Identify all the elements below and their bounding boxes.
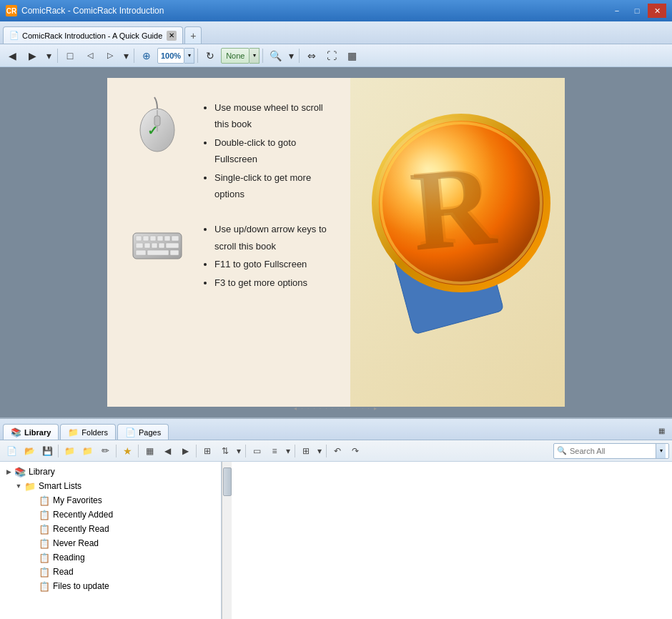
never-read-label: Never Read <box>53 538 99 548</box>
mouse-instruction-block: ✓ Use mouse wheel to scroll this book Do… <box>129 99 336 204</box>
forward-button[interactable]: ▶ <box>23 47 41 64</box>
panel-tab-pages[interactable]: 📄 Pages <box>117 424 169 440</box>
none-dropdown-button[interactable]: ▾ <box>249 48 260 64</box>
tree-item-recently-read[interactable]: 📋 Recently Read <box>0 522 221 536</box>
tree-item-favorites[interactable]: 📋 My Favorites <box>0 493 221 507</box>
smart-lists-expand-arrow: ▼ <box>14 482 23 490</box>
tree-panel: ▶ 📚 Library ▼ 📁 Smart Lists 📋 My Favorit… <box>0 462 222 619</box>
library-tab-label: Library <box>24 428 51 437</box>
group-button[interactable]: ⊞ <box>199 443 216 459</box>
search-toolbar-button[interactable]: 🔍 <box>266 47 285 64</box>
mouse-icon-container: ✓ <box>129 99 186 149</box>
page-content: ✓ Use mouse wheel to scroll this book Do… <box>107 78 565 407</box>
maximize-button[interactable]: □ <box>628 4 646 18</box>
save-button[interactable]: 💾 <box>39 443 56 459</box>
sort-dropdown[interactable]: ▾ <box>234 443 243 459</box>
panel-tab-bar: 📚 Library 📁 Folders 📄 Pages ▦ <box>0 419 672 440</box>
folders-tab-label: Folders <box>81 428 108 437</box>
grid-button[interactable]: ▦ <box>342 47 361 64</box>
open-button[interactable]: 📂 <box>21 443 38 459</box>
app-icon: CR <box>6 5 17 16</box>
separator-3 <box>197 49 198 63</box>
minimize-button[interactable]: − <box>608 4 626 18</box>
edit-button[interactable]: ✏ <box>97 443 114 459</box>
page-left-button[interactable]: ◁ <box>81 47 99 64</box>
svg-text:✓: ✓ <box>147 124 158 138</box>
fullscreen-button[interactable]: ⛶ <box>322 47 341 64</box>
panel-layout-btn[interactable]: ▦ <box>653 423 669 437</box>
tree-scrollbar[interactable] <box>222 462 232 619</box>
panel-tab-folders[interactable]: 📁 Folders <box>60 424 116 440</box>
none-control: None ▾ <box>221 48 260 64</box>
panel-forward-button[interactable]: ▶ <box>177 443 194 459</box>
nav-dropdown-button[interactable]: ▾ <box>43 47 54 64</box>
page-select-button[interactable]: □ <box>61 47 79 64</box>
new-tab-button[interactable]: + <box>184 26 202 44</box>
zoom-icon-button[interactable]: ⊕ <box>137 47 156 64</box>
star-button[interactable]: ★ <box>119 443 136 459</box>
page-dropdown-button[interactable]: ▾ <box>121 47 131 64</box>
columns-btn[interactable]: ⊞ <box>297 443 315 459</box>
tree-item-files-to-update[interactable]: 📋 Files to update <box>0 579 221 593</box>
tab-main[interactable]: 📄 ComicRack Introduction - A Quick Guide… <box>3 26 183 44</box>
tree-scroll-thumb[interactable] <box>223 467 232 496</box>
tree-item-read[interactable]: 📋 Read <box>0 565 221 579</box>
tree-item-library[interactable]: ▶ 📚 Library <box>0 465 221 479</box>
tab-label: ComicRack Introduction - A Quick Guide <box>22 31 162 40</box>
smart-lists-folder-icon: 📁 <box>24 480 36 492</box>
panel-sep-5 <box>245 445 246 457</box>
add-folder-button[interactable]: 📁 <box>61 443 78 459</box>
tab-doc-icon: 📄 <box>9 31 19 40</box>
tree-item-reading[interactable]: 📋 Reading <box>0 550 221 565</box>
search-dropdown-button[interactable]: ▾ <box>656 444 666 458</box>
separator-1 <box>57 49 58 63</box>
new-library-button[interactable]: 📄 <box>3 443 20 459</box>
keyboard-icon-svg <box>132 229 183 263</box>
panel-tab-library[interactable]: 📚 Library <box>3 424 59 440</box>
back-button[interactable]: ◀ <box>3 47 21 64</box>
search-input[interactable] <box>570 447 656 455</box>
sort-button[interactable]: ⇅ <box>217 443 234 459</box>
panel-back-button[interactable]: ◀ <box>159 443 176 459</box>
filter-btn[interactable]: ≡ <box>266 443 283 459</box>
mouse-instr-1: Use mouse wheel to scroll this book <box>214 99 336 133</box>
layout-btn[interactable]: ▭ <box>248 443 265 459</box>
recently-added-icon: 📋 <box>39 509 50 520</box>
page-right-button[interactable]: ▷ <box>101 47 119 64</box>
refresh-button[interactable]: ↻ <box>201 47 219 64</box>
reading-icon: 📋 <box>39 552 50 563</box>
panel-toolbar: 📄 📂 💾 📁 📁 ✏ ★ ▦ ◀ ▶ ⊞ ⇅ ▾ ▭ ≡ ▾ ⊞ ▾ ↶ ↷ … <box>0 440 672 462</box>
svg-rect-11 <box>136 243 143 248</box>
tree-item-recently-added[interactable]: 📋 Recently Added <box>0 507 221 522</box>
undo-button[interactable]: ↶ <box>329 443 346 459</box>
none-button[interactable]: None <box>221 48 249 64</box>
kb-instr-3: F3 to get more options <box>214 274 336 291</box>
zoom-dropdown-button[interactable]: ▾ <box>184 48 194 64</box>
search-dropdown-button[interactable]: ▾ <box>286 47 296 64</box>
panel-sep-6 <box>295 445 295 457</box>
keyboard-instructions-list: Use up/down arrow keys to scroll this bo… <box>200 221 336 292</box>
mouse-instr-2: Double-click to goto Fullscreen <box>214 134 336 168</box>
tree-item-never-read[interactable]: 📋 Never Read <box>0 536 221 550</box>
favorites-icon: 📋 <box>39 495 50 506</box>
fit-width-button[interactable]: ⇔ <box>302 47 321 64</box>
svg-rect-15 <box>166 243 179 248</box>
columns-dropdown[interactable]: ▾ <box>315 443 324 459</box>
view-button[interactable]: ▦ <box>141 443 158 459</box>
redo-button[interactable]: ↷ <box>347 443 364 459</box>
separator-2 <box>134 49 134 63</box>
recently-read-icon: 📋 <box>39 523 50 535</box>
svg-rect-10 <box>172 236 179 241</box>
close-button[interactable]: ✕ <box>648 4 666 18</box>
keyboard-icon-container <box>129 221 186 271</box>
tab-close-button[interactable]: ✕ <box>167 31 177 41</box>
viewer-scroll-indicator: ◂ · · · · · · · · · · · · ▸ <box>294 405 378 412</box>
title-bar: CR ComicRack - ComicRack Introduction − … <box>0 0 672 21</box>
smart-lists-label: Smart Lists <box>39 481 81 491</box>
panel-resize-button[interactable]: ▦ <box>653 423 669 440</box>
svg-rect-6 <box>143 236 149 241</box>
svg-rect-8 <box>157 236 163 241</box>
filter-dropdown[interactable]: ▾ <box>284 443 292 459</box>
add-file-button[interactable]: 📁 <box>79 443 96 459</box>
tree-item-smart-lists[interactable]: ▼ 📁 Smart Lists <box>0 479 221 493</box>
